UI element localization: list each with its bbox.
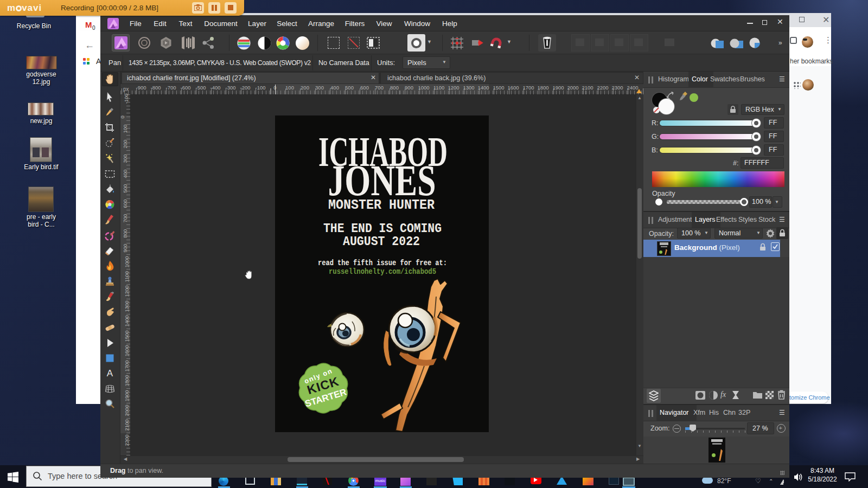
- svg-text:MONSTER HUNTER: MONSTER HUNTER: [328, 197, 435, 213]
- svg-text:russellnohelty.com/ichabod5: russellnohelty.com/ichabod5: [329, 267, 436, 276]
- svg-text:AUGUST 2022: AUGUST 2022: [343, 234, 420, 249]
- svg-text:A: A: [107, 368, 113, 378]
- svg-text:read the fifth issue for free: read the fifth issue for free at:: [318, 259, 447, 267]
- svg-text:THE END IS COMING: THE END IS COMING: [323, 221, 442, 236]
